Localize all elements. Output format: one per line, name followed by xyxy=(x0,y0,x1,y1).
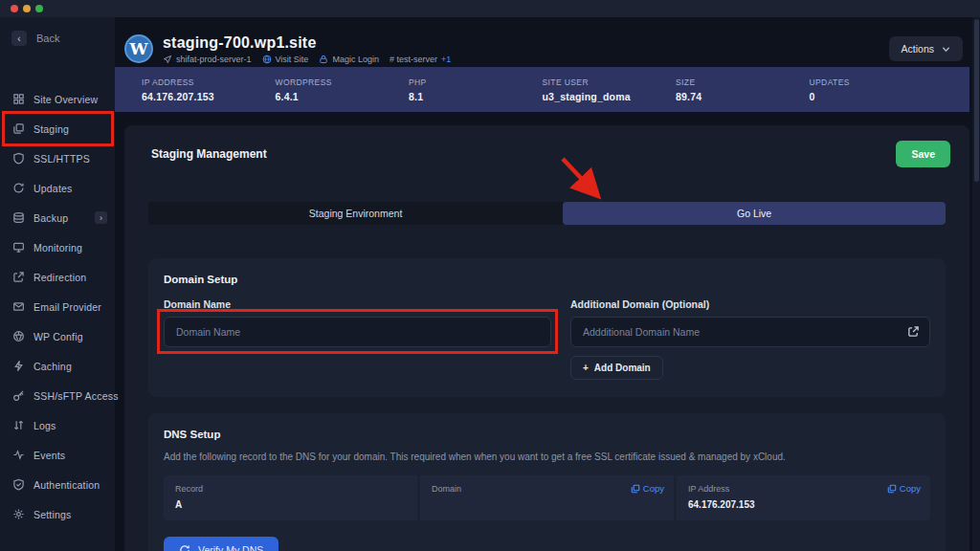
back-label: Back xyxy=(36,33,59,44)
chevron-right-icon[interactable]: › xyxy=(95,211,107,224)
save-button[interactable]: Save xyxy=(896,141,950,167)
copy-icon xyxy=(887,484,897,494)
staging-icon xyxy=(12,122,25,135)
sidebar-item-ssl-https[interactable]: SSL/HTTPS xyxy=(0,143,115,173)
dns-record-label: IP Address xyxy=(688,484,919,494)
verify-dns-button[interactable]: Verify My DNS xyxy=(164,537,278,551)
close-window-button[interactable] xyxy=(11,5,18,12)
sidebar-item-label: Settings xyxy=(33,509,72,520)
dns-cell-record: RecordA xyxy=(164,475,417,520)
sidebar-item-label: SSL/HTTPS xyxy=(33,153,90,165)
main-content: W staging-700.wp1.site shifat-prod-serve… xyxy=(115,17,972,551)
stat-updates: UPDATES0 xyxy=(810,77,944,102)
stat-site-user: SITE USERu3_staging_doma xyxy=(543,77,677,102)
dns-cell-ip-address: IP Address64.176.207.153Copy xyxy=(677,475,930,520)
server-link[interactable]: shifat-prod-server-1 xyxy=(163,55,252,64)
sidebar-item-email-provider[interactable]: Email Provider xyxy=(0,292,115,321)
staging-management-card: Staging Management Save Staging Environm… xyxy=(124,125,969,551)
window-titlebar xyxy=(0,0,980,17)
minimize-window-button[interactable] xyxy=(23,5,31,12)
site-tag[interactable]: # test-server +1 xyxy=(390,55,451,64)
tab-go-live[interactable]: Go Live xyxy=(563,202,946,225)
sidebar-item-wp-config[interactable]: WP Config xyxy=(0,321,115,351)
scrollbar-thumb[interactable] xyxy=(974,19,979,182)
stat-label: PHP xyxy=(409,77,543,87)
stat-label: IP ADDRESS xyxy=(142,77,276,87)
tab-staging-environment[interactable]: Staging Environment xyxy=(148,202,563,225)
dns-record-label: Domain xyxy=(432,484,662,494)
copy-button[interactable]: Copy xyxy=(887,483,921,494)
chevron-left-icon: ‹ xyxy=(11,31,27,46)
refresh-icon xyxy=(12,182,25,194)
domain-name-input[interactable] xyxy=(164,317,551,347)
section-title: Staging Management xyxy=(151,147,267,161)
maximize-window-button[interactable] xyxy=(35,5,43,12)
auth-icon xyxy=(12,478,25,491)
grid-icon xyxy=(12,93,25,105)
actions-button[interactable]: Actions xyxy=(889,36,963,61)
activity-icon xyxy=(12,449,25,461)
wordpress-logo-icon: W xyxy=(124,34,153,63)
dns-record-table: RecordADomainCopyIP Address64.176.207.15… xyxy=(164,475,930,520)
stat-label: WORDPRESS xyxy=(276,77,410,87)
stat-wordpress: WORDPRESS6.4.1 xyxy=(276,77,410,102)
sidebar-item-settings[interactable]: Settings xyxy=(0,499,115,529)
sidebar-item-label: Authentication xyxy=(33,479,100,491)
stat-value: 64.176.207.153 xyxy=(142,91,276,102)
domain-name-label: Domain Name xyxy=(164,298,551,310)
sidebar-item-caching[interactable]: Caching xyxy=(0,351,115,381)
sidebar-item-label: Logs xyxy=(33,420,56,431)
stat-value: 89.74 xyxy=(676,91,810,102)
dns-setup-description: Add the following record to the DNS for … xyxy=(164,452,930,462)
scrollbar[interactable] xyxy=(972,17,980,551)
sidebar-item-site-overview[interactable]: Site Overview xyxy=(0,84,115,114)
sidebar-item-updates[interactable]: Updates xyxy=(0,173,115,203)
stat-label: SIZE xyxy=(676,77,810,87)
sidebar-item-label: Backup xyxy=(33,212,68,224)
sidebar-item-label: Email Provider xyxy=(33,301,101,313)
lightning-icon xyxy=(12,360,25,372)
sidebar-item-backup[interactable]: Backup› xyxy=(0,203,115,232)
sidebar-item-label: Monitoring xyxy=(33,242,82,253)
dns-record-value: 64.176.207.153 xyxy=(688,499,919,510)
stat-size: SIZE89.74 xyxy=(676,77,810,102)
stat-label: UPDATES xyxy=(810,77,944,87)
back-button[interactable]: ‹ Back xyxy=(11,31,115,46)
gear-icon xyxy=(12,508,25,520)
page-title: staging-700.wp1.site xyxy=(163,34,451,52)
sidebar-item-logs[interactable]: Logs xyxy=(0,410,115,440)
copy-button[interactable]: Copy xyxy=(631,483,664,494)
domain-setup-title: Domain Setup xyxy=(164,274,930,285)
sidebar-item-label: WP Config xyxy=(33,331,83,342)
magic-login-link[interactable]: Magic Login xyxy=(319,55,379,64)
dns-record-value: A xyxy=(175,499,406,510)
add-domain-button[interactable]: + Add Domain xyxy=(570,356,663,380)
tag-more-badge[interactable]: +1 xyxy=(441,55,451,64)
chevron-down-icon xyxy=(942,45,950,54)
sidebar-item-redirection[interactable]: Redirection xyxy=(0,262,115,292)
sidebar-item-label: SSH/sFTP Access xyxy=(33,390,119,402)
stat-ip-address: IP ADDRESS64.176.207.153 xyxy=(142,77,276,102)
refresh-icon xyxy=(179,544,190,551)
backup-icon xyxy=(12,211,25,224)
sidebar-item-events[interactable]: Events xyxy=(0,440,115,470)
stat-value: 6.4.1 xyxy=(276,91,410,102)
staging-tabs: Staging Environment Go Live xyxy=(148,202,946,225)
sidebar-item-staging[interactable]: Staging xyxy=(0,114,115,143)
monitor-icon xyxy=(12,241,25,253)
sidebar-item-ssh-sftp-access[interactable]: SSH/sFTP Access xyxy=(0,381,115,410)
domain-setup-panel: Domain Setup Domain Name Additional Doma… xyxy=(148,258,946,397)
sidebar-item-authentication[interactable]: Authentication xyxy=(0,470,115,499)
wp-config-icon xyxy=(12,330,25,342)
mail-icon xyxy=(12,300,25,313)
additional-domain-input[interactable] xyxy=(570,317,930,347)
dns-setup-title: DNS Setup xyxy=(164,429,930,440)
site-info-bar: IP ADDRESS64.176.207.153WORDPRESS6.4.1PH… xyxy=(115,67,969,112)
sidebar-item-monitoring[interactable]: Monitoring xyxy=(0,232,115,262)
lock-icon xyxy=(319,55,328,64)
external-link-icon[interactable] xyxy=(907,325,920,338)
visit-site-link[interactable]: Visit Site xyxy=(262,55,309,64)
additional-domain-label: Additional Domain (Optional) xyxy=(570,298,930,310)
sidebar-item-label: Site Overview xyxy=(33,94,98,105)
sidebar-item-label: Events xyxy=(33,450,65,461)
